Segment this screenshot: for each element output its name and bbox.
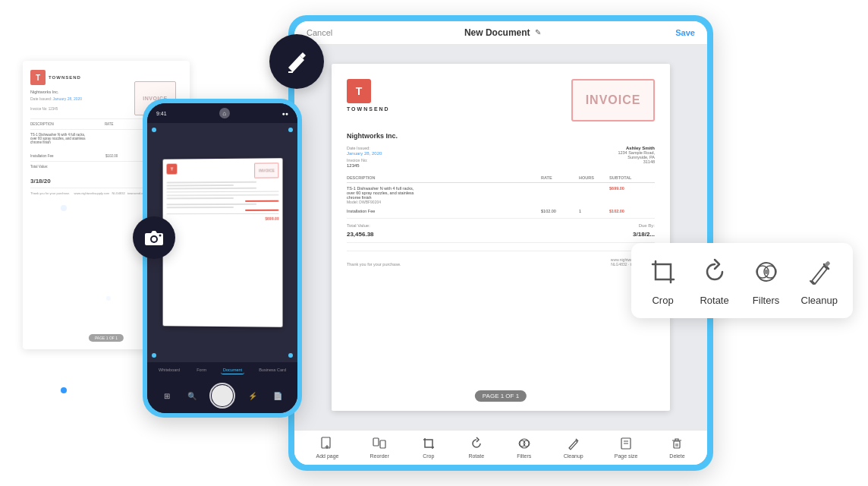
invoice-meta-left: Date Issued: January 28, 2020 Invoice No… — [347, 146, 382, 168]
document-title: New Document — [464, 27, 530, 38]
invoice-header: T TOWNSEND INVOICE — [347, 79, 655, 122]
toolbar-cleanup-label: Cleanup — [564, 453, 583, 459]
bg-doc-label: Invoice No: 12345 — [30, 107, 82, 111]
filters-icon — [516, 435, 533, 452]
invoice-no-value: 12345 — [347, 163, 382, 168]
svg-rect-11 — [674, 441, 680, 448]
phone-shutter-button[interactable] — [209, 383, 235, 409]
invoice-footer: Thank you for your purchase. www.nightwo… — [347, 251, 655, 267]
scan-corner-tr — [288, 128, 293, 132]
row1-desc: TS-1 Dishwasher N with 4 full racks, ove… — [347, 186, 541, 204]
bg-doc-logo-icon: T — [30, 70, 46, 85]
toolbar-reorder-label: Reorder — [370, 453, 388, 459]
cleanup-icon — [565, 435, 582, 452]
date-issued-label: Date Issued: — [347, 146, 382, 150]
toolbar-rotate[interactable]: Rotate — [468, 435, 485, 459]
cancel-button[interactable]: Cancel — [307, 28, 332, 37]
invoice-table-header: DESCRIPTION RATE HOURS SUBTOTAL — [347, 175, 655, 183]
row1-subtotal: $699.00 — [609, 186, 655, 191]
bg-doc-item2-desc: Installation Fee — [30, 154, 54, 158]
toolbar-crop[interactable]: Crop — [420, 435, 437, 459]
invoice-logo-mark: T — [347, 79, 371, 103]
float-camera-button[interactable] — [133, 216, 175, 259]
toolbar-filters-label: Filters — [517, 453, 531, 459]
phone-gallery-icon[interactable]: ⊞ — [159, 388, 175, 403]
action-filters-label: Filters — [753, 295, 779, 306]
page-size-icon — [618, 435, 634, 452]
bg-doc-logo-text: TOWNSEND — [49, 75, 81, 80]
tab-business-card[interactable]: Business Card — [256, 366, 288, 374]
add-page-icon — [319, 435, 335, 452]
invoice-row-2: Installation Fee $102.00 1 $102.00 — [347, 209, 655, 213]
svg-point-22 — [152, 237, 156, 241]
row2-desc: Installation Fee — [347, 209, 541, 213]
scan-corner-tl — [152, 128, 156, 132]
mini-invoice-header: T INVOICE — [166, 163, 278, 179]
row2-rate: $102.00 — [541, 209, 579, 213]
svg-point-23 — [159, 235, 162, 237]
phone-home-icon[interactable]: ⌂ — [219, 108, 230, 118]
action-crop[interactable]: Crop — [646, 255, 680, 306]
invoice-title-box: INVOICE — [571, 79, 655, 122]
bg-doc-date: Date Issued: January 28, 2020 — [30, 96, 82, 101]
toolbar-delete-label: Delete — [669, 453, 684, 459]
phone-controls: ⊞ 🔍 ⚡ 📄 — [147, 378, 297, 413]
action-filters-icon — [750, 255, 783, 289]
document-page: T TOWNSEND INVOICE Nightworks Inc. Date … — [332, 64, 670, 410]
action-rotate[interactable]: Rotate — [698, 255, 731, 306]
bg-doc-company: Nightworks Inc. — [30, 90, 82, 94]
svg-rect-3 — [373, 438, 379, 446]
invoice-logo: T TOWNSEND — [347, 79, 390, 112]
action-crop-icon — [646, 255, 680, 289]
svg-rect-4 — [380, 440, 385, 448]
footer-thank-you: Thank you for your purchase. — [347, 262, 401, 267]
svg-point-17 — [764, 270, 769, 274]
action-rotate-label: Rotate — [700, 295, 728, 306]
page-indicator: PAGE 1 OF 1 — [475, 390, 527, 402]
action-filters[interactable]: Filters — [750, 255, 783, 306]
toolbar-filters[interactable]: Filters — [516, 435, 533, 459]
save-button[interactable]: Save — [675, 28, 695, 37]
phone-device: 9:41 ⌂ ●● T INVOICE — [143, 99, 302, 418]
phone-screen: 9:41 ⌂ ●● T INVOICE — [147, 103, 297, 413]
float-pencil-button[interactable] — [269, 34, 324, 89]
phone-tabs: Whiteboard Form Document Business Card — [147, 362, 297, 378]
toolbar-page-size[interactable]: Page size — [615, 435, 638, 459]
invoice-to-zip: 31148 — [618, 159, 655, 164]
phone-shutter-inner — [212, 385, 233, 406]
tablet-topbar: Cancel New Document ✎ Save — [294, 21, 707, 45]
action-crop-label: Crop — [652, 295, 673, 306]
toolbar-page-size-label: Page size — [615, 453, 638, 459]
phone-search-icon[interactable]: 🔍 — [184, 388, 200, 403]
toolbar-reorder[interactable]: Reorder — [370, 435, 388, 459]
th-subtotal: SUBTOTAL — [609, 175, 655, 180]
edit-title-icon[interactable]: ✎ — [535, 28, 544, 37]
tab-document[interactable]: Document — [221, 366, 244, 374]
tab-whiteboard[interactable]: Whiteboard — [156, 366, 182, 374]
due-date: 3/18/2... — [633, 231, 655, 238]
toolbar-rotate-label: Rotate — [468, 453, 484, 459]
invoice-totals-row: Total Value: Due By: — [347, 223, 655, 228]
total-amount: 23,456.38 — [347, 231, 374, 238]
action-rotate-icon — [698, 255, 731, 289]
toolbar-add-page-label: Add page — [316, 453, 338, 459]
bg-doc-page-indicator: PAGE 1 OF 1 — [89, 334, 124, 342]
mini-total-amount: $699.00 — [166, 216, 278, 221]
toolbar-cleanup[interactable]: Cleanup — [564, 435, 583, 459]
invoice-meta: Date Issued: January 28, 2020 Invoice No… — [347, 146, 655, 168]
invoice-brand: TOWNSEND — [347, 106, 390, 112]
phone-flash-icon[interactable]: ⚡ — [245, 388, 260, 403]
crop-icon — [420, 435, 437, 452]
toolbar-delete[interactable]: Delete — [668, 435, 685, 459]
action-cleanup[interactable]: Cleanup — [801, 255, 838, 306]
bg-doc-rate-header: RATE — [105, 122, 114, 126]
bg-doc-item2-rate: $102.00 — [105, 154, 118, 158]
actions-panel: Crop Rotate Filters — [631, 243, 853, 318]
phone-status-bar: 9:41 ⌂ ●● — [147, 103, 297, 123]
phone-doc-stack-icon[interactable]: 📄 — [270, 388, 285, 403]
scan-corner-bl — [152, 353, 156, 358]
toolbar-add-page[interactable]: Add page — [316, 435, 338, 459]
tab-form[interactable]: Form — [194, 366, 209, 374]
action-cleanup-icon — [803, 255, 836, 289]
row2-hours: 1 — [579, 209, 609, 213]
